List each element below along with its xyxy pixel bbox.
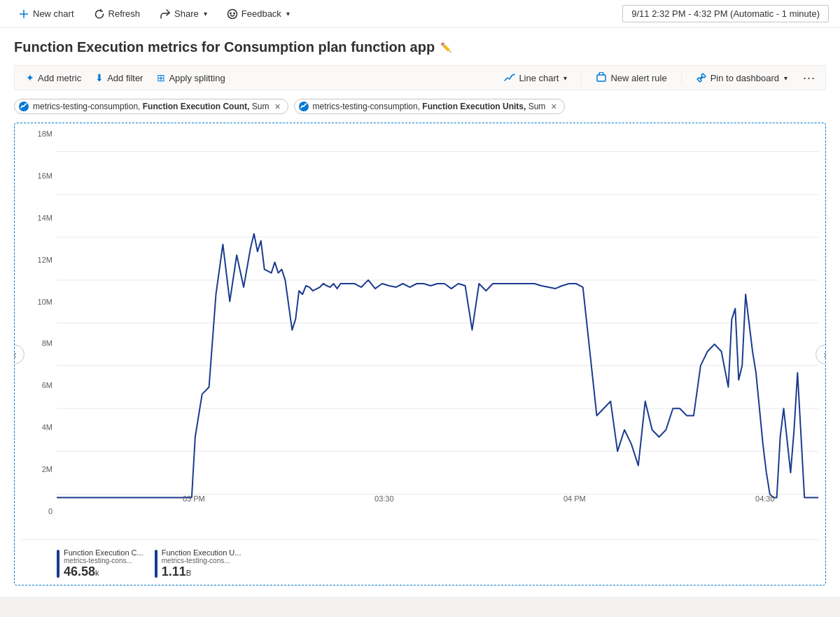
legend-text-count: Function Execution C... metrics-testing-… [64,548,144,579]
chip-units-prefix: metrics-testing-consumption, [313,102,423,111]
svg-point-2 [227,9,237,18]
chip-count-close[interactable]: × [273,102,281,111]
new-chart-label: New chart [33,8,74,19]
feedback-button[interactable]: Feedback ▾ [220,4,297,24]
y-label-0: 0 [48,508,52,515]
feedback-label: Feedback [241,8,281,19]
y-label-14m: 14M [38,214,52,222]
legend-item-count: Function Execution C... metrics-testing-… [57,548,144,579]
line-chart-icon [504,72,515,83]
legend-item-units: Function Execution U... metrics-testing-… [155,548,241,579]
x-label-0430: 04:30 [755,494,775,503]
split-icon: ⊞ [157,72,165,83]
y-label-2m: 2M [42,466,52,473]
legend-text-units: Function Execution U... metrics-testing-… [162,548,241,579]
x-label-04pm: 04 PM [564,494,586,503]
add-metric-button[interactable]: ✦ Add metric [20,69,87,87]
toolbar-left: ✦ Add metric ⬇ Add filter ⊞ Apply splitt… [20,69,231,87]
y-label-10m: 10M [38,298,52,306]
chip-chart-icon [20,103,27,110]
feedback-icon [227,8,238,20]
apply-splitting-button[interactable]: ⊞ Apply splitting [151,69,230,87]
chart-area: 18M 16M 14M 12M 10M 8M 6M 4M 2M 0 [22,130,818,536]
time-range-button[interactable]: 9/11 2:32 PM - 4:32 PM (Automatic - 1 mi… [622,5,829,22]
chart-legend: Function Execution C... metrics-testing-… [22,539,818,585]
chip-count-bold: Function Execution Count, [143,102,250,111]
x-axis: 03 PM 03:30 04 PM 04:30 [57,494,818,515]
edit-icon[interactable]: ✏️ [440,42,451,53]
chip-count-prefix: metrics-testing-consumption, [33,102,143,111]
main-content: Function Execution metrics for Consumpti… [0,28,840,597]
add-metric-label: Add metric [38,73,81,83]
y-label-18m: 18M [38,130,52,138]
more-options-button[interactable]: ··· [799,69,820,87]
y-label-8m: 8M [42,340,52,347]
add-filter-button[interactable]: ⬇ Add filter [90,69,148,87]
chip-units-close[interactable]: × [550,102,558,111]
top-bar-right: 9/11 2:32 PM - 4:32 PM (Automatic - 1 mi… [622,5,829,22]
y-label-12m: 12M [38,256,52,264]
legend-name-count: Function Execution C... [64,548,144,557]
chip-units-suffix: Sum [526,102,545,111]
page-title: Function Execution metrics for Consumpti… [14,39,435,55]
share-button[interactable]: Share ▾ [153,4,214,24]
pin-dropdown-arrow: ▾ [784,74,788,82]
grid-lines [57,152,818,494]
add-metric-icon: ✦ [26,72,34,83]
legend-sub-units: metrics-testing-cons... [162,557,241,564]
plus-icon [18,8,29,20]
share-icon [160,8,171,20]
refresh-label: Refresh [108,8,141,19]
pin-to-dashboard-label: Pin to dashboard [710,73,779,83]
legend-color-count [57,550,59,578]
legend-color-units [155,550,158,578]
top-bar: New chart Refresh Share ▾ Feedba [0,0,840,28]
chart-container: ‹ › 18M 16M 14M 12M 10M 8M 6M 4M 2M 0 [14,123,826,585]
refresh-button[interactable]: Refresh [87,4,148,24]
toolbar-divider [581,71,582,85]
alert-icon [596,72,607,83]
legend-value-count: 46.58k [64,564,144,579]
chip-chart-icon-2 [300,103,307,110]
new-chart-button[interactable]: New chart [11,4,81,24]
svg-point-3 [230,13,231,13]
line-chart-button[interactable]: Line chart ▾ [498,69,573,87]
filter-icon: ⬇ [95,72,104,83]
y-axis: 18M 16M 14M 12M 10M 8M 6M 4M 2M 0 [22,130,57,515]
toolbar-right: Line chart ▾ New alert rule Pin to dashb… [498,69,820,87]
legend-unit-units: B [186,569,191,577]
x-label-03pm: 03 PM [183,494,205,503]
top-bar-left: New chart Refresh Share ▾ Feedba [11,4,297,24]
legend-unit-count: k [95,569,99,577]
chart-svg [57,130,818,515]
x-label-0330: 03:30 [374,494,394,503]
chip-units-bold: Function Execution Units, [422,102,526,111]
line-chart-label: Line chart [519,73,559,83]
svg-point-4 [234,13,234,13]
chip-units-text: metrics-testing-consumption, Function Ex… [313,102,546,111]
chip-icon-count [19,102,29,111]
refresh-icon [94,8,105,20]
legend-num-units: 1.11 [162,564,186,578]
new-alert-rule-button[interactable]: New alert rule [590,69,672,87]
page-title-row: Function Execution metrics for Consumpti… [14,39,826,55]
chip-icon-units [299,102,309,111]
share-label: Share [174,8,199,19]
legend-sub-count: metrics-testing-cons... [64,557,144,564]
chips-row: metrics-testing-consumption, Function Ex… [14,99,826,114]
chip-count-text: metrics-testing-consumption, Function Ex… [33,102,269,111]
legend-value-units: 1.11B [162,564,241,579]
chip-execution-units: metrics-testing-consumption, Function Ex… [294,99,565,114]
pin-to-dashboard-button[interactable]: Pin to dashboard ▾ [690,69,793,87]
legend-name-units: Function Execution U... [162,548,241,557]
new-alert-rule-label: New alert rule [610,73,666,83]
legend-num-count: 46.58 [64,564,95,578]
time-range-label: 9/11 2:32 PM - 4:32 PM (Automatic - 1 mi… [631,8,820,19]
pin-icon [696,72,707,83]
toolbar-divider-2 [681,71,682,85]
chart-plot: 03 PM 03:30 04 PM 04:30 [57,130,818,515]
y-label-4m: 4M [42,424,52,431]
share-dropdown-arrow: ▾ [204,10,207,18]
apply-splitting-label: Apply splitting [169,73,225,83]
svg-rect-5 [597,75,606,81]
